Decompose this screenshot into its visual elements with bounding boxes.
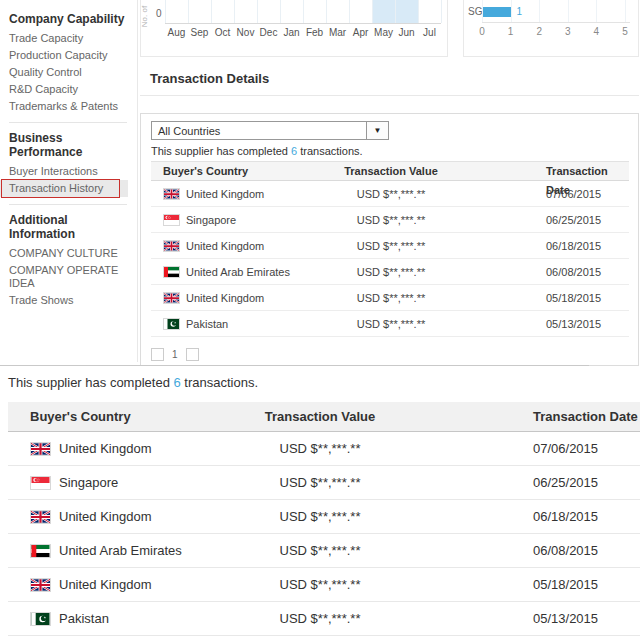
country-name: Singapore [186,214,236,226]
pagination-page-number: 1 [164,349,186,360]
country-chart-x-tick: 0 [472,26,492,37]
country-name: United Kingdom [59,509,152,524]
table-header-row: Buyer's CountryTransaction ValueTransact… [151,161,629,181]
country-chart-gridline [568,0,569,22]
summary-text: This supplier has completed [8,375,170,390]
table-row: PakistanUSD $**,***.**05/13/2015 [8,602,640,636]
transaction-date-cell: 07/06/2015 [491,188,629,200]
flag-gb-icon [30,510,51,524]
transaction-date-cell: 06/08/2015 [491,266,629,278]
monthly-chart-x-tick: May [372,27,395,38]
flag-gb-icon [163,240,180,252]
country-name: United Kingdom [186,292,264,304]
sidebar-item-trade-shows[interactable]: Trade Shows [9,292,127,309]
transaction-value-cell: USD $**,***.** [291,214,491,226]
monthly-chart-gridline [257,0,258,23]
flag-gb-icon [163,292,180,304]
sidebar-item-company-operate-idea[interactable]: COMPANY OPERATE IDEA [9,262,127,292]
flag-sg-icon [30,476,51,490]
sidebar-item-production-capacity[interactable]: Production Capacity [9,47,137,64]
table-row: United KingdomUSD $**,***.**06/18/2015 [8,500,640,534]
table-row: United KingdomUSD $**,***.**06/18/2015 [151,233,629,259]
monthly-chart-gridline [188,0,189,23]
country-chart-x-tick: 2 [529,26,549,37]
country-name: United Kingdom [59,441,152,456]
buyer-country-cell: United Arab Emirates [151,266,291,278]
table-row: United KingdomUSD $**,***.**05/18/2015 [8,568,640,602]
section-divider [140,95,639,96]
transaction-date-cell: 06/25/2015 [491,214,629,226]
transaction-value-cell: USD $**,***.** [291,240,491,252]
monthly-chart-x-tick: Aug [165,27,188,38]
transactions-summary-zoomed: This supplier has completed 6 transactio… [8,375,258,390]
sidebar-item-company-culture[interactable]: COMPANY CULTURE [9,245,127,262]
monthly-chart-x-tick: Sep [188,27,211,38]
country-chart-gridline [482,0,483,22]
transaction-value-cell: USD $**,***.** [248,441,392,456]
monthly-chart-bar-may [373,0,395,23]
flag-pk-icon [30,612,51,626]
monthly-chart-gridline [418,0,419,23]
pagination-prev-button[interactable] [151,348,164,361]
sidebar-section: Additional InformationCOMPANY CULTURECOM… [9,204,127,309]
transaction-value-cell: USD $**,***.** [248,475,392,490]
pagination-next-button[interactable] [186,348,199,361]
country-chart-x-tick: 1 [501,26,521,37]
country-chart-x-axis [482,22,630,23]
buyer-country-cell: United Kingdom [151,292,291,304]
buyer-country-cell: Pakistan [8,611,248,626]
transaction-value-cell: USD $**,***.** [291,188,491,200]
flag-ae-icon [163,266,180,278]
transaction-count: 6 [173,375,180,390]
sidebar-section-title: Business Performance [9,125,127,163]
sidebar-item-trademarks-patents[interactable]: Trademarks & Patents [9,98,137,115]
sidebar: Company CapabilityTrade CapacityProducti… [0,0,138,362]
sidebar-section: Business PerformanceBuyer InteractionsTr… [9,122,127,197]
country-chart-bar-value: 1 [517,6,523,17]
sidebar-item-quality-control[interactable]: Quality Control [9,64,137,81]
flag-sg-icon [163,214,180,226]
country-name: United Kingdom [186,188,264,200]
table-header-row: Buyer's CountryTransaction ValueTransact… [8,402,640,432]
column-header-transaction-value: Transaction Value [291,162,491,180]
country-name: Pakistan [59,611,109,626]
transaction-value-cell: USD $**,***.** [248,611,392,626]
monthly-chart-x-tick: Nov [234,27,257,38]
transaction-value-cell: USD $**,***.** [248,509,392,524]
sidebar-item-trade-capacity[interactable]: Trade Capacity [9,30,137,47]
chevron-down-icon[interactable]: ▼ [366,122,388,139]
monthly-chart-gridline [280,0,281,23]
buyer-country-cell: Pakistan [151,318,291,330]
transaction-details-panel: All Countries ▼ This supplier has comple… [140,113,639,366]
summary-text: transactions. [300,145,362,157]
flag-gb-icon [30,442,51,456]
monthly-chart-x-tick: Feb [303,27,326,38]
monthly-chart-x-tick: Mar [326,27,349,38]
transaction-date-cell: 06/18/2015 [392,509,640,524]
country-chart-x-tick: 5 [615,26,635,37]
sidebar-section-title: Company Capability [9,6,137,30]
table-row: United KingdomUSD $**,***.**05/18/2015 [151,285,629,311]
monthly-chart-x-tick: Dec [257,27,280,38]
country-chart-gridline [539,0,540,22]
country-filter-dropdown[interactable]: All Countries ▼ [151,121,389,140]
flag-gb-icon [30,578,51,592]
sidebar-item-buyer-interactions[interactable]: Buyer Interactions [9,163,127,180]
monthly-chart-x-tick: Jan [280,27,303,38]
zoomed-transaction-section: This supplier has completed 6 transactio… [0,366,640,640]
transaction-value-cell: USD $**,***.** [248,577,392,592]
table-row: United Arab EmiratesUSD $**,***.**06/08/… [151,259,629,285]
flag-pk-icon [163,318,180,330]
transaction-date-cell: 06/25/2015 [392,475,640,490]
sidebar-item-transaction-history[interactable]: Transaction History [0,180,128,197]
sidebar-item-r-d-capacity[interactable]: R&D Capacity [9,81,137,98]
country-chart-bar-sg [482,7,511,17]
monthly-chart-gridline [211,0,212,23]
transaction-date-cell: 06/18/2015 [491,240,629,252]
monthly-transactions-chart: No. of 0 AugSepOctNovDecJanFebMarAprMayJ… [140,0,448,57]
transaction-count: 6 [291,145,297,157]
country-name: United Arab Emirates [59,543,182,558]
transactions-table-zoomed: Buyer's CountryTransaction ValueTransact… [8,402,640,636]
summary-text: transactions. [184,375,258,390]
column-header-buyer-s-country: Buyer's Country [151,162,291,180]
